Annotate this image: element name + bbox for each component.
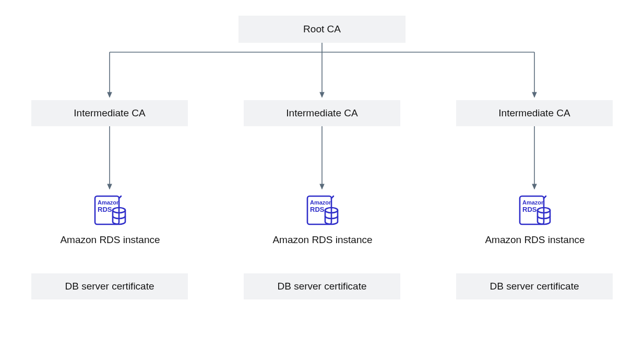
root-ca-label: Root CA	[303, 23, 341, 35]
db-server-certificate-box: DB server certificate	[31, 273, 188, 299]
db-server-certificate-box: DB server certificate	[456, 273, 613, 299]
rds-instance-label: Amazon RDS instance	[58, 234, 162, 246]
amazon-rds-icon: Amazon RDS	[517, 192, 553, 228]
intermediate-ca-box: Intermediate CA	[31, 100, 188, 126]
intermediate-ca-label: Intermediate CA	[286, 107, 357, 119]
rds-icon-text-line1: Amazon	[98, 199, 120, 206]
rds-instance-label: Amazon RDS instance	[270, 234, 375, 246]
rds-icon-text-line1: Amazon	[310, 199, 332, 206]
rds-icon-text-line2: RDS	[310, 206, 325, 213]
intermediate-ca-label: Intermediate CA	[498, 107, 570, 119]
db-server-certificate-box: DB server certificate	[244, 273, 400, 299]
rds-icon-text-line2: RDS	[98, 206, 112, 213]
db-server-certificate-label: DB server certificate	[65, 281, 154, 292]
intermediate-ca-label: Intermediate CA	[74, 107, 145, 119]
db-server-certificate-label: DB server certificate	[277, 281, 366, 292]
diagram-canvas: Root CA Intermediate CA Amazon RDS Amazo…	[0, 0, 644, 337]
root-ca-box: Root CA	[238, 16, 406, 43]
amazon-rds-icon: Amazon RDS	[92, 192, 128, 228]
rds-icon-text-line1: Amazon	[522, 199, 545, 206]
amazon-rds-icon: Amazon RDS	[304, 192, 341, 228]
intermediate-ca-box: Intermediate CA	[456, 100, 613, 126]
intermediate-ca-box: Intermediate CA	[244, 100, 400, 126]
rds-icon-text-line2: RDS	[522, 206, 537, 213]
db-server-certificate-label: DB server certificate	[490, 281, 579, 292]
rds-instance-label: Amazon RDS instance	[483, 234, 587, 246]
